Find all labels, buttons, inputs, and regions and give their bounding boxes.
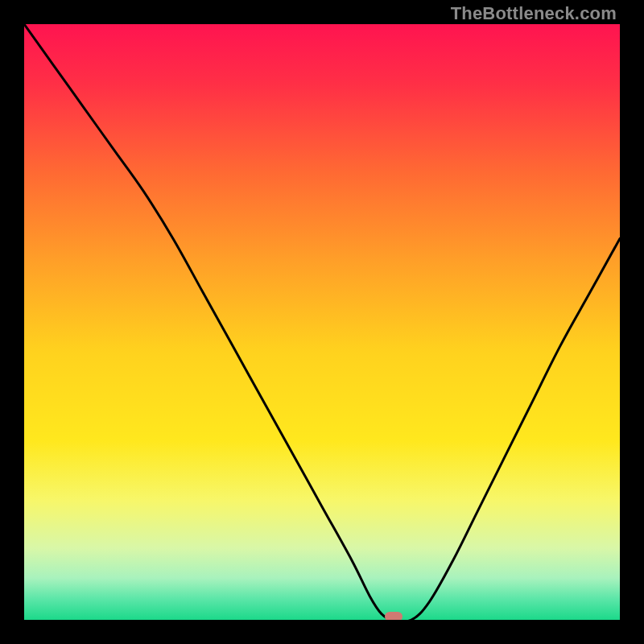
- chart-frame: TheBottleneck.com: [0, 0, 644, 644]
- bottleneck-curve: [24, 24, 620, 620]
- plot-area: [24, 24, 620, 620]
- watermark-label: TheBottleneck.com: [451, 3, 617, 24]
- target-marker: [385, 612, 402, 620]
